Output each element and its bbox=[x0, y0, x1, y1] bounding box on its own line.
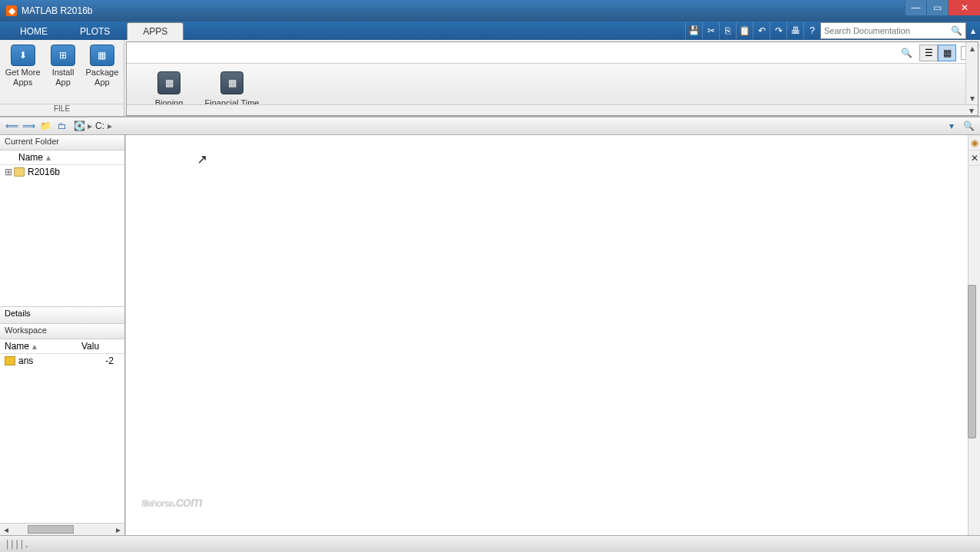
apps-footer: ▾ bbox=[127, 104, 978, 115]
close-button[interactable]: ✕ bbox=[948, 0, 980, 15]
tab-apps[interactable]: APPS bbox=[127, 22, 184, 40]
scroll-left-icon[interactable]: ◂ bbox=[0, 524, 12, 535]
nav-up-folder-button[interactable]: 📁 bbox=[37, 118, 54, 134]
variable-name: ans bbox=[18, 355, 33, 366]
path-search-button[interactable]: 🔍 bbox=[960, 118, 977, 134]
app-icon: ▦ bbox=[157, 71, 180, 94]
app-icon: ▦ bbox=[220, 71, 243, 94]
left-horizontal-scrollbar[interactable]: ◂ ▸ bbox=[0, 523, 124, 535]
search-icon[interactable]: 🔍 bbox=[901, 48, 915, 58]
workspace-title: Workspace bbox=[0, 324, 124, 339]
scroll-down-icon[interactable]: ▾ bbox=[966, 92, 978, 104]
window-title: MATLAB R2016b bbox=[22, 5, 905, 16]
print-icon[interactable]: 🖶 bbox=[786, 22, 803, 39]
path-segment-drive[interactable]: C: bbox=[92, 121, 108, 131]
workspace-indicator-icon[interactable]: ◉ bbox=[968, 135, 980, 150]
title-bar: ◆ MATLAB R2016b — ▭ ✕ bbox=[0, 0, 980, 21]
cut-icon[interactable]: ✂ bbox=[702, 22, 719, 39]
nav-browse-button[interactable]: 🗀 bbox=[54, 118, 71, 134]
install-app-label: Install App bbox=[52, 68, 74, 88]
path-dropdown-button[interactable]: ▾ bbox=[943, 118, 960, 134]
path-separator-icon-2[interactable]: ▸ bbox=[108, 121, 112, 131]
apps-gallery-panel: 🔍 ☰ ▦ ✕ ▦Binning Explorer▦Financial Time… bbox=[126, 41, 978, 116]
copy-icon[interactable]: ⎘ bbox=[719, 22, 736, 39]
expand-icon[interactable]: ⊞ bbox=[5, 167, 14, 177]
maximize-button[interactable]: ▭ bbox=[926, 0, 948, 15]
main-area: Current Folder Name ▴ ⊞ R2016b Details W… bbox=[0, 135, 980, 535]
scroll-thumb[interactable] bbox=[968, 285, 976, 438]
sort-icon[interactable]: ▴ bbox=[46, 152, 51, 163]
minimize-button[interactable]: — bbox=[905, 0, 926, 15]
folder-name: R2016b bbox=[28, 167, 60, 177]
nav-forward-button[interactable]: ⟹ bbox=[20, 118, 37, 134]
gallery-dropdown-icon[interactable]: ▾ bbox=[965, 105, 978, 115]
file-group-label: FILE bbox=[0, 104, 124, 116]
apps-search-input[interactable] bbox=[130, 45, 901, 61]
h-scroll-thumb[interactable] bbox=[28, 525, 74, 534]
app-item[interactable]: ▦Financial Time Series bbox=[200, 68, 263, 104]
apps-search-bar: 🔍 ☰ ▦ ✕ bbox=[127, 42, 978, 64]
current-folder-content[interactable]: Name ▴ ⊞ R2016b bbox=[0, 150, 124, 306]
ribbon-tab-bar: HOME PLOTS APPS 💾 ✂ ⎘ 📋 ↶ ↷ 🖶 ? 🔍 ▴ bbox=[0, 21, 980, 40]
help-icon[interactable]: ? bbox=[803, 22, 820, 39]
grid-view-button[interactable]: ▦ bbox=[938, 45, 956, 61]
tab-plots[interactable]: PLOTS bbox=[65, 23, 125, 40]
package-app-button[interactable]: ▦ Package App bbox=[84, 43, 120, 89]
file-group: ⬇ Get More Apps ⊞ Install App ▦ Package … bbox=[0, 40, 124, 116]
app-item[interactable]: ▦Binning Explorer bbox=[137, 68, 200, 104]
workspace-row[interactable]: ans -2 bbox=[0, 354, 124, 368]
current-folder-title: Current Folder bbox=[0, 135, 124, 150]
details-panel-title[interactable]: Details bbox=[0, 306, 124, 323]
collapse-ribbon-button[interactable]: ▴ bbox=[966, 22, 980, 39]
apps-vertical-scrollbar[interactable]: ▴ ▾ bbox=[965, 42, 978, 104]
ws-sort-icon[interactable]: ▴ bbox=[32, 341, 37, 352]
paste-icon[interactable]: 📋 bbox=[736, 22, 753, 39]
get-more-apps-button[interactable]: ⬇ Get More Apps bbox=[4, 43, 42, 89]
install-icon: ⊞ bbox=[51, 45, 75, 66]
package-icon: ▦ bbox=[90, 45, 114, 66]
search-doc-input[interactable] bbox=[824, 26, 951, 35]
left-panel: Current Folder Name ▴ ⊞ R2016b Details W… bbox=[0, 135, 125, 535]
install-app-button[interactable]: ⊞ Install App bbox=[49, 43, 77, 89]
ws-name-column[interactable]: Name bbox=[5, 341, 29, 352]
download-icon: ⬇ bbox=[11, 45, 35, 66]
folder-row[interactable]: ⊞ R2016b bbox=[0, 165, 124, 179]
watermark: filehorse.com bbox=[141, 488, 202, 512]
folder-header[interactable]: Name ▴ bbox=[0, 150, 124, 165]
toolstrip: ⬇ Get More Apps ⊞ Install App ▦ Package … bbox=[0, 40, 980, 117]
status-grip-icon: ||||. bbox=[5, 539, 28, 550]
app-label: Financial Time Series bbox=[205, 98, 260, 104]
address-bar: ⟸ ⟹ 📁 🗀 💽 ▸ C: ▸ ▾ 🔍 bbox=[0, 117, 980, 135]
redo-icon[interactable]: ↷ bbox=[770, 22, 786, 39]
workspace-header[interactable]: Name ▴ Valu bbox=[0, 339, 124, 354]
apps-gallery-body[interactable]: ▦Binning Explorer▦Financial Time SeriesC… bbox=[127, 64, 978, 104]
tab-home[interactable]: HOME bbox=[5, 23, 63, 40]
search-doc-box[interactable]: 🔍 bbox=[820, 22, 966, 39]
command-window-area: filehorse.com bbox=[125, 135, 968, 535]
app-label: Binning Explorer bbox=[154, 98, 185, 104]
save-icon[interactable]: 💾 bbox=[685, 22, 702, 39]
get-more-apps-label: Get More Apps bbox=[5, 68, 41, 88]
command-window[interactable]: filehorse.com bbox=[125, 135, 968, 535]
status-bar: ||||. bbox=[0, 535, 980, 552]
scroll-up-icon[interactable]: ▴ bbox=[966, 42, 978, 55]
search-doc-icon[interactable]: 🔍 bbox=[951, 25, 962, 36]
right-close-button[interactable]: ✕ bbox=[968, 150, 980, 166]
list-view-button[interactable]: ☰ bbox=[919, 45, 938, 61]
scroll-right-icon[interactable]: ▸ bbox=[112, 524, 124, 535]
package-app-label: Package App bbox=[85, 68, 118, 88]
nav-back-button[interactable]: ⟸ bbox=[3, 118, 20, 134]
matlab-logo-icon: ◆ bbox=[6, 5, 17, 16]
folder-icon bbox=[14, 167, 25, 177]
workspace-panel: Workspace Name ▴ Valu ans -2 bbox=[0, 323, 124, 368]
undo-icon[interactable]: ↶ bbox=[753, 22, 770, 39]
variable-value: -2 bbox=[81, 355, 120, 366]
name-column-header[interactable]: Name bbox=[18, 152, 43, 163]
drive-icon[interactable]: 💽 bbox=[71, 118, 88, 134]
ws-value-column[interactable]: Valu bbox=[81, 341, 102, 352]
variable-icon bbox=[5, 356, 15, 365]
